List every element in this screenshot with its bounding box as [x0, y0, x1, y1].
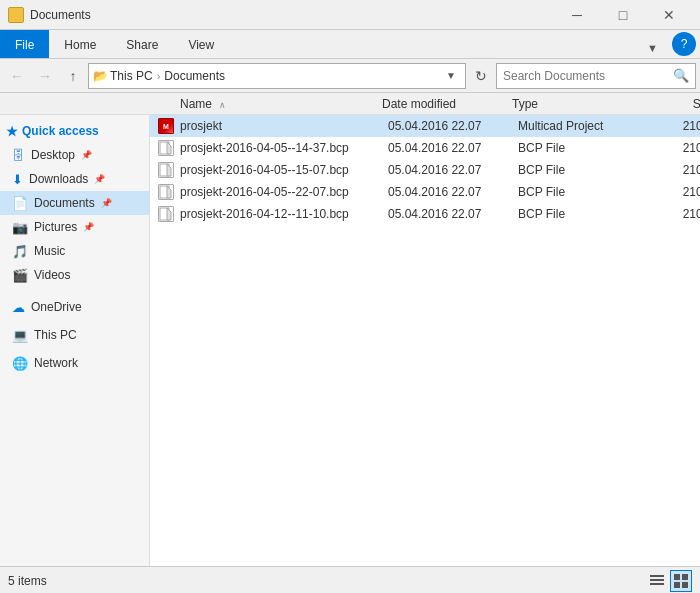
downloads-icon: ⬇: [12, 172, 23, 187]
address-dropdown-arrow[interactable]: ▼: [441, 70, 461, 81]
table-row[interactable]: prosjekt-2016-04-05--14-37.bcp 05.04.201…: [150, 137, 700, 159]
list-view-button[interactable]: [670, 570, 692, 592]
file-cell-name: prosjekt-2016-04-05--15-07.bcp: [158, 162, 388, 178]
sidebar-label-music: Music: [34, 244, 65, 258]
file-cell-name: prosjekt-2016-04-05--14-37.bcp: [158, 140, 388, 156]
thispc-icon: 💻: [12, 328, 28, 343]
status-count: 5 items: [8, 574, 47, 588]
sidebar-item-onedrive[interactable]: ☁ OneDrive: [0, 295, 149, 319]
tab-share[interactable]: Share: [111, 30, 173, 58]
star-icon: ★: [6, 124, 18, 139]
sidebar-label-desktop: Desktop: [31, 148, 75, 162]
status-bar: 5 items: [0, 566, 700, 593]
help-button[interactable]: ?: [672, 32, 696, 56]
svg-marker-1: [167, 142, 171, 154]
sidebar-item-thispc[interactable]: 💻 This PC: [0, 323, 149, 347]
sidebar-item-documents[interactable]: 📄 Documents 📌: [0, 191, 149, 215]
table-row[interactable]: M prosjekt 05.04.2016 22.07 Multicad Pro…: [150, 115, 700, 137]
sidebar-label-downloads: Downloads: [29, 172, 88, 186]
title-bar: Documents ─ □ ✕: [0, 0, 700, 30]
file-cell-date: 05.04.2016 22.07: [388, 185, 518, 199]
close-button[interactable]: ✕: [646, 0, 692, 30]
tab-file[interactable]: File: [0, 30, 49, 58]
file-cell-date: 05.04.2016 22.07: [388, 163, 518, 177]
svg-marker-3: [167, 164, 171, 176]
address-box[interactable]: 📂 This PC › Documents ▼: [88, 63, 466, 89]
file-name: prosjekt-2016-04-05--14-37.bcp: [180, 141, 349, 155]
bcp-icon: [158, 206, 174, 222]
music-icon: 🎵: [12, 244, 28, 259]
pin-icon-documents: 📌: [101, 198, 112, 208]
file-cell-size: 210 KB: [658, 207, 700, 221]
file-name: prosjekt-2016-04-05--15-07.bcp: [180, 163, 349, 177]
sidebar-item-network[interactable]: 🌐 Network: [0, 351, 149, 375]
file-cell-type: Multicad Project: [518, 119, 658, 133]
refresh-button[interactable]: ↻: [468, 63, 494, 89]
sidebar-item-desktop[interactable]: 🗄 Desktop 📌: [0, 143, 149, 167]
breadcrumb-sep: ›: [157, 70, 161, 82]
file-cell-date: 05.04.2016 22.07: [388, 207, 518, 221]
forward-button[interactable]: →: [32, 63, 58, 89]
bcp-icon: [158, 184, 174, 200]
sidebar-label-pictures: Pictures: [34, 220, 77, 234]
sidebar-label-thispc: This PC: [34, 328, 77, 342]
breadcrumb-folder-icon: 📂: [93, 69, 108, 83]
file-cell-type: BCP File: [518, 141, 658, 155]
pin-icon-desktop: 📌: [81, 150, 92, 160]
pictures-icon: 📷: [12, 220, 28, 235]
tab-view[interactable]: View: [173, 30, 229, 58]
col-header-name[interactable]: Name ∧: [152, 97, 382, 111]
svg-rect-8: [650, 575, 664, 577]
videos-icon: 🎬: [12, 268, 28, 283]
minimize-button[interactable]: ─: [554, 0, 600, 30]
file-cell-name: M prosjekt: [158, 118, 388, 134]
table-row[interactable]: prosjekt-2016-04-12--11-10.bcp 05.04.201…: [150, 203, 700, 225]
sidebar-quick-access[interactable]: ★ Quick access: [0, 119, 149, 143]
title-controls: ─ □ ✕: [554, 0, 692, 30]
title-bar-left: Documents: [8, 7, 91, 23]
sidebar-item-downloads[interactable]: ⬇ Downloads 📌: [0, 167, 149, 191]
file-cell-type: BCP File: [518, 163, 658, 177]
col-header-type[interactable]: Type: [512, 97, 652, 111]
sidebar-label-onedrive: OneDrive: [31, 300, 82, 314]
sidebar: ★ Quick access 🗄 Desktop 📌 ⬇ Downloads 📌…: [0, 115, 150, 566]
col-header-size[interactable]: Size: [652, 97, 700, 111]
sidebar-label-documents: Documents: [34, 196, 95, 210]
table-row[interactable]: prosjekt-2016-04-05--22-07.bcp 05.04.201…: [150, 181, 700, 203]
file-cell-size: 210 KB: [658, 185, 700, 199]
main-area: ★ Quick access 🗄 Desktop 📌 ⬇ Downloads 📌…: [0, 115, 700, 566]
network-icon: 🌐: [12, 356, 28, 371]
file-cell-name: prosjekt-2016-04-05--22-07.bcp: [158, 184, 388, 200]
svg-rect-12: [682, 574, 688, 580]
file-list: M prosjekt 05.04.2016 22.07 Multicad Pro…: [150, 115, 700, 225]
details-view-button[interactable]: [646, 570, 668, 592]
list-view-icon: [674, 574, 688, 588]
svg-rect-11: [674, 574, 680, 580]
maximize-button[interactable]: □: [600, 0, 646, 30]
col-header-date[interactable]: Date modified: [382, 97, 512, 111]
sidebar-item-pictures[interactable]: 📷 Pictures 📌: [0, 215, 149, 239]
sidebar-label-network: Network: [34, 356, 78, 370]
svg-rect-13: [674, 582, 680, 588]
file-cell-type: BCP File: [518, 185, 658, 199]
table-row[interactable]: prosjekt-2016-04-05--15-07.bcp 05.04.201…: [150, 159, 700, 181]
documents-icon: 📄: [12, 196, 28, 211]
svg-marker-5: [167, 186, 171, 198]
search-input[interactable]: [503, 69, 669, 83]
sidebar-item-videos[interactable]: 🎬 Videos: [0, 263, 149, 287]
ribbon-tabs: File Home Share View ▼ ?: [0, 30, 700, 58]
ribbon-chevron[interactable]: ▼: [637, 38, 668, 58]
file-name: prosjekt-2016-04-05--22-07.bcp: [180, 185, 349, 199]
sort-arrow-icon: ∧: [219, 100, 226, 110]
search-box[interactable]: 🔍: [496, 63, 696, 89]
file-name: prosjekt: [180, 119, 222, 133]
address-bar: ← → ↑ 📂 This PC › Documents ▼ ↻ 🔍: [0, 59, 700, 93]
svg-rect-10: [650, 583, 664, 585]
up-button[interactable]: ↑: [60, 63, 86, 89]
tab-home[interactable]: Home: [49, 30, 111, 58]
sidebar-item-music[interactable]: 🎵 Music: [0, 239, 149, 263]
file-cell-type: BCP File: [518, 207, 658, 221]
pin-icon-pictures: 📌: [83, 222, 94, 232]
back-button[interactable]: ←: [4, 63, 30, 89]
breadcrumb-current: Documents: [164, 69, 225, 83]
